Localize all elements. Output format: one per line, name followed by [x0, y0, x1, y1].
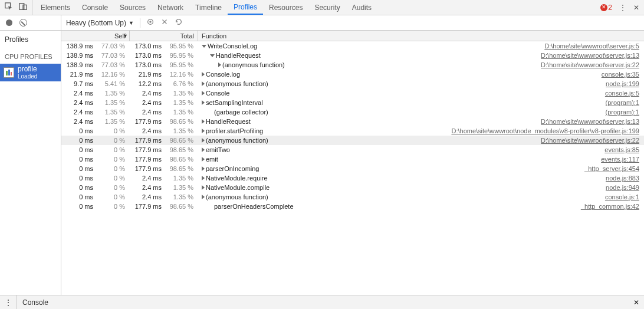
table-row[interactable]: 0 ms0 %2.4 ms1.35 %profiler.startProfili… — [61, 126, 644, 136]
table-row[interactable]: 138.9 ms77.03 %173.0 ms95.95 %WriteConso… — [61, 41, 644, 51]
tab-audits[interactable]: Audits — [346, 0, 377, 15]
close-devtools-icon[interactable]: ✕ — [633, 4, 639, 12]
reset-view-icon[interactable] — [175, 18, 183, 28]
disclosure-closed-icon[interactable] — [202, 157, 205, 162]
focus-function-icon[interactable] — [146, 18, 155, 28]
function-name: HandleRequest — [216, 51, 261, 60]
disclosure-open-icon[interactable] — [210, 54, 215, 57]
disclosure-open-icon[interactable] — [202, 45, 206, 48]
disclosure-closed-icon[interactable] — [202, 100, 205, 105]
tab-security[interactable]: Security — [308, 0, 346, 15]
profile-texts: profile Loaded — [18, 65, 37, 80]
source-link[interactable]: console.js:35 — [602, 70, 644, 79]
drawer-menu-icon[interactable]: ⋮ — [0, 295, 17, 309]
cell-function: parserOnHeadersComplete_http_common.js:4… — [198, 202, 644, 211]
source-link[interactable]: node.js:199 — [606, 79, 644, 88]
table-row[interactable]: 9.7 ms5.41 %12.2 ms6.76 %(anonymous func… — [61, 79, 644, 88]
col-header-function[interactable]: Function — [198, 31, 644, 41]
source-link[interactable]: D:\home\site\wwwroot\node_modules\v8-pro… — [451, 126, 644, 136]
source-link[interactable]: D:\home\site\wwwroot\server.js:5 — [544, 41, 644, 51]
cell-total: 2.4 ms1.35 % — [130, 107, 198, 117]
disclosure-closed-icon[interactable] — [202, 166, 205, 171]
cell-self: 0 ms0 % — [61, 164, 130, 173]
source-link[interactable]: events.js:117 — [601, 154, 644, 164]
cell-function: HandleRequestD:\home\site\wwwroot\server… — [198, 51, 644, 60]
table-row[interactable]: 21.9 ms12.16 %21.9 ms12.16 %Console.logc… — [61, 70, 644, 79]
function-name: (anonymous function) — [206, 79, 268, 88]
table-row[interactable]: 0 ms0 %2.4 ms1.35 %NativeModule.requiren… — [61, 173, 644, 183]
source-link[interactable]: _http_server.js:454 — [584, 164, 644, 173]
tab-timeline[interactable]: Timeline — [189, 0, 228, 15]
drawer-close[interactable]: ✕ — [633, 295, 644, 309]
disclosure-closed-icon[interactable] — [218, 63, 221, 67]
cell-total: 177.9 ms98.65 % — [130, 145, 198, 154]
col-header-total[interactable]: Total — [130, 31, 198, 41]
cell-total: 2.4 ms1.35 % — [130, 183, 198, 192]
sidebar-profile-item[interactable]: profile Loaded — [0, 64, 61, 81]
cell-total: 2.4 ms1.35 % — [130, 173, 198, 183]
tab-console[interactable]: Console — [76, 0, 114, 15]
record-controls — [0, 15, 61, 30]
disclosure-closed-icon[interactable] — [202, 119, 205, 124]
function-name: WriteConsoleLog — [208, 41, 257, 51]
tab-elements[interactable]: Elements — [35, 0, 76, 15]
console-errors-badge[interactable]: ✕ 2 — [600, 4, 612, 12]
table-row[interactable]: 2.4 ms1.35 %2.4 ms1.35 %Consoleconsole.j… — [61, 88, 644, 98]
table-row[interactable]: 0 ms0 %2.4 ms1.35 %(anonymous function)c… — [61, 192, 644, 202]
table-row[interactable]: 0 ms0 %2.4 ms1.35 %NativeModule.compilen… — [61, 183, 644, 192]
disclosure-closed-icon[interactable] — [202, 195, 205, 199]
col-header-self[interactable]: Self ▼ — [61, 31, 130, 41]
source-link[interactable]: D:\home\site\wwwroot\server.js:13 — [541, 117, 644, 126]
cell-total: 177.9 ms98.65 % — [130, 117, 198, 126]
tab-network[interactable]: Network — [152, 0, 189, 15]
profile-view-dropdown[interactable]: Heavy (Bottom Up) ▼ — [66, 19, 134, 27]
cell-total: 21.9 ms12.16 % — [130, 70, 198, 79]
more-menu-icon[interactable]: ⋮ — [619, 4, 626, 12]
toolbar-separator — [140, 18, 140, 28]
source-link[interactable]: console.js:5 — [605, 88, 644, 98]
source-link[interactable]: (program):1 — [606, 107, 644, 117]
disclosure-closed-icon[interactable] — [202, 72, 205, 77]
source-link[interactable]: D:\home\site\wwwroot\server.js:22 — [541, 60, 644, 70]
table-row[interactable]: 0 ms0 %177.9 ms98.65 %parserOnIncoming_h… — [61, 164, 644, 173]
source-link[interactable]: node.js:883 — [606, 173, 644, 183]
device-toolbar-icon[interactable] — [19, 2, 27, 12]
tab-profiles[interactable]: Profiles — [228, 0, 263, 15]
disclosure-closed-icon[interactable] — [202, 147, 205, 152]
table-row[interactable]: 2.4 ms1.35 %2.4 ms1.35 %setSamplingInter… — [61, 98, 644, 107]
grid-body[interactable]: 138.9 ms77.03 %173.0 ms95.95 %WriteConso… — [61, 41, 644, 295]
table-row[interactable]: 2.4 ms1.35 %2.4 ms1.35 %(garbage collect… — [61, 107, 644, 117]
disclosure-none — [210, 204, 213, 209]
table-row[interactable]: 138.9 ms77.03 %173.0 ms95.95 %HandleRequ… — [61, 51, 644, 60]
table-row[interactable]: 0 ms0 %177.9 ms98.65 %parserOnHeadersCom… — [61, 202, 644, 211]
source-link[interactable]: events.js:85 — [604, 145, 644, 154]
disclosure-closed-icon[interactable] — [202, 129, 205, 133]
disclosure-closed-icon[interactable] — [202, 81, 205, 86]
disclosure-closed-icon[interactable] — [202, 138, 205, 143]
table-row[interactable]: 0 ms0 %177.9 ms98.65 %(anonymous functio… — [61, 136, 644, 145]
source-link[interactable]: (program):1 — [606, 98, 644, 107]
disclosure-closed-icon[interactable] — [202, 91, 205, 96]
cell-total: 173.0 ms95.95 % — [130, 51, 198, 60]
profile-file-icon — [4, 67, 14, 78]
table-row[interactable]: 138.9 ms77.03 %173.0 ms95.95 %(anonymous… — [61, 60, 644, 70]
table-row[interactable]: 2.4 ms1.35 %177.9 ms98.65 %HandleRequest… — [61, 117, 644, 126]
source-link[interactable]: D:\home\site\wwwroot\server.js:13 — [541, 51, 644, 60]
source-link[interactable]: D:\home\site\wwwroot\server.js:22 — [541, 136, 644, 145]
source-link[interactable]: node.js:949 — [606, 183, 644, 192]
clear-button[interactable] — [19, 19, 27, 27]
tab-sources[interactable]: Sources — [114, 0, 152, 15]
table-row[interactable]: 0 ms0 %177.9 ms98.65 %emitevents.js:117 — [61, 154, 644, 164]
record-button[interactable] — [6, 19, 12, 26]
drawer-tab-console[interactable]: Console — [17, 295, 54, 309]
exclude-function-icon[interactable] — [160, 18, 169, 28]
disclosure-closed-icon[interactable] — [202, 176, 205, 180]
source-link[interactable]: _http_common.js:42 — [581, 202, 644, 211]
table-row[interactable]: 0 ms0 %177.9 ms98.65 %emitTwoevents.js:8… — [61, 145, 644, 154]
source-link[interactable]: console.js:1 — [605, 192, 644, 202]
cell-function: Console.logconsole.js:35 — [198, 70, 644, 79]
disclosure-closed-icon[interactable] — [202, 185, 205, 190]
tab-resources[interactable]: Resources — [263, 0, 308, 15]
inspect-element-icon[interactable] — [5, 2, 13, 12]
sidebar-heading-profiles: Profiles — [0, 31, 61, 47]
